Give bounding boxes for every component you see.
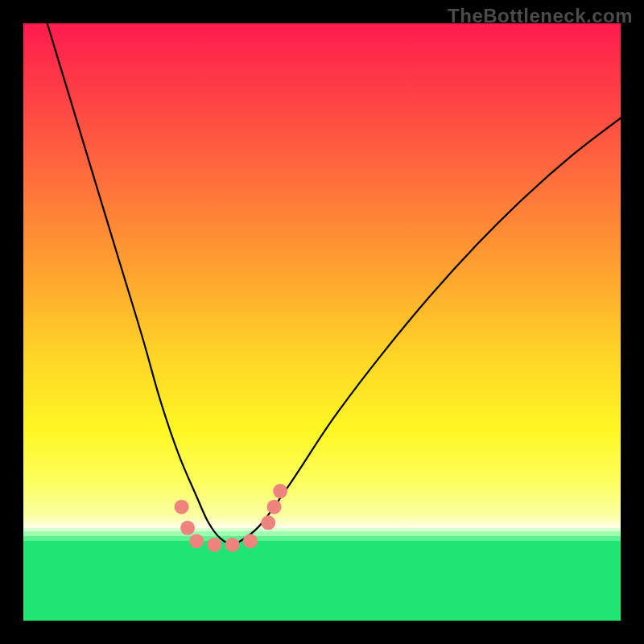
chart-frame <box>23 23 621 621</box>
background-gradient <box>23 23 621 531</box>
watermark-text: TheBottleneck.com <box>448 5 633 27</box>
green-band-5 <box>23 547 621 621</box>
green-band-4 <box>23 541 621 547</box>
